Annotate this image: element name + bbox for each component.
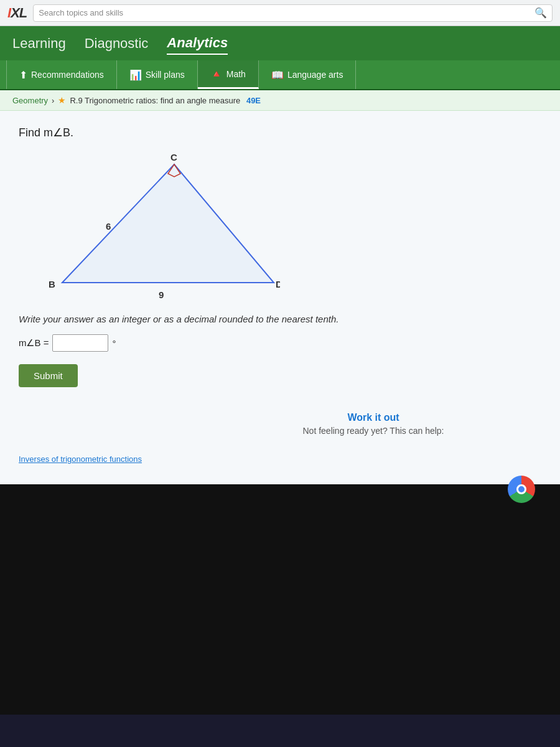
skill-name-text: R.9 Trigonometric ratios: find an angle … [70, 96, 240, 105]
taskbar-area [0, 484, 560, 715]
skill-plans-icon: 📊 [129, 69, 142, 81]
subnav-language-arts[interactable]: 📖 Language arts [259, 60, 357, 89]
helper-link[interactable]: Inverses of trigonometric functions [19, 454, 541, 464]
degree-symbol: ° [112, 338, 116, 349]
content-area: Find m∠B. 6 9 B C D Write your answer as… [0, 111, 560, 484]
subnav-recommendations-label: Recommendations [31, 70, 104, 80]
problem-title: Find m∠B. [19, 126, 541, 139]
answer-label: m∠B = [19, 337, 49, 349]
answer-section: Write your answer as an integer or as a … [19, 314, 541, 387]
breadcrumb-skill-name: R.9 Trigonometric ratios: find an angle … [70, 96, 261, 105]
skill-code: 49E [246, 96, 261, 105]
chrome-browser-icon [508, 476, 535, 503]
search-text: Search topics and skills [39, 8, 123, 17]
subnav-skill-plans[interactable]: 📊 Skill plans [117, 60, 198, 89]
subnav-language-arts-label: Language arts [287, 70, 343, 80]
angle-answer-input[interactable] [52, 334, 108, 352]
browser-chrome: IXL Search topics and skills 🔍 [0, 0, 560, 26]
breadcrumb: Geometry › ★ R.9 Trigonometric ratios: f… [0, 90, 560, 111]
chrome-circle [508, 476, 535, 503]
breadcrumb-parent[interactable]: Geometry [12, 96, 48, 105]
chrome-inner-circle [516, 484, 526, 494]
main-nav: Learning Diagnostic Analytics [0, 26, 560, 60]
work-it-out-section: Work it out Not feeling ready yet? This … [205, 412, 541, 436]
subnav-math[interactable]: 🔺 Math [198, 60, 259, 89]
work-it-out-title: Work it out [205, 412, 541, 423]
vertex-b-label: B [49, 279, 55, 289]
subnav-math-label: Math [226, 69, 246, 79]
instruction-text: Write your answer as an integer or as a … [19, 314, 541, 324]
search-icon[interactable]: 🔍 [534, 7, 547, 19]
side-bd-label: 9 [159, 289, 164, 300]
vertex-d-label: D [276, 279, 280, 289]
triangle-svg: 6 9 B C D [31, 152, 280, 308]
language-arts-icon: 📖 [271, 69, 284, 81]
breadcrumb-separator: › [52, 96, 54, 105]
nav-diagnostic[interactable]: Diagnostic [85, 33, 149, 54]
answer-row: m∠B = ° [19, 334, 541, 352]
logo-highlight: I [7, 5, 11, 21]
nav-analytics[interactable]: Analytics [167, 32, 228, 55]
triangle-shape [62, 164, 274, 283]
work-it-out-subtitle: Not feeling ready yet? This can help: [205, 426, 541, 436]
ixl-logo: IXL [7, 5, 27, 21]
subnav-skill-plans-label: Skill plans [146, 70, 185, 80]
breadcrumb-star-icon: ★ [58, 95, 66, 105]
search-bar-container: Search topics and skills 🔍 [33, 4, 553, 22]
math-icon: 🔺 [210, 68, 223, 80]
recommendations-icon: ⬆ [19, 69, 27, 81]
triangle-diagram: 6 9 B C D [31, 152, 268, 301]
side-bc-label: 6 [106, 221, 111, 232]
nav-learning[interactable]: Learning [12, 33, 66, 54]
subnav-recommendations[interactable]: ⬆ Recommendations [6, 60, 117, 89]
vertex-c-label: C [170, 152, 177, 162]
sub-nav: ⬆ Recommendations 📊 Skill plans 🔺 Math 📖… [0, 60, 560, 90]
submit-button[interactable]: Submit [19, 364, 78, 387]
